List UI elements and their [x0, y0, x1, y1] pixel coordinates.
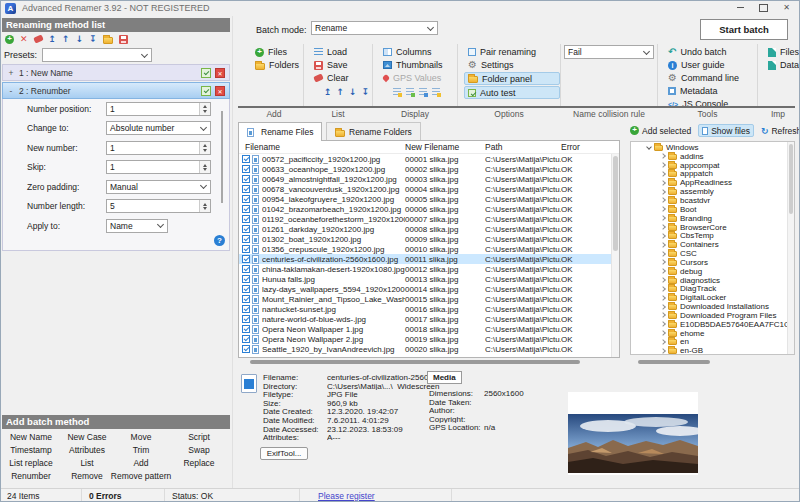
checkbox-icon[interactable] — [242, 285, 250, 293]
show-files-toggle[interactable]: Show files — [698, 124, 754, 137]
table-row[interactable]: china-taklamakan-desert-1920x1080.jpg000… — [239, 264, 611, 274]
auto-test-toggle[interactable]: Auto test — [464, 86, 560, 99]
add-selected-button[interactable]: Add selected — [630, 126, 691, 136]
undo-batch-button[interactable]: ↶Undo batch — [668, 46, 757, 58]
add-method-link[interactable]: New Case — [67, 432, 106, 442]
table-row[interactable]: 00649_almostnightfall_1920x1200.jpg00003… — [239, 174, 611, 184]
collapse-icon[interactable]: - — [7, 86, 15, 96]
chevron-right-icon[interactable] — [660, 348, 666, 354]
table-row[interactable]: 01042_brazomarbeach_1920x1200.jpg00006 s… — [239, 204, 611, 214]
add-method-link[interactable]: Swap — [188, 445, 209, 455]
checkbox-icon[interactable] — [242, 175, 250, 183]
move-down-icon[interactable]: ↓ — [349, 87, 357, 97]
table-row[interactable]: centuries-of-civilization-2560x1600.jpg0… — [239, 254, 611, 264]
settings-button[interactable]: ⚙Settings — [468, 59, 560, 71]
checkbox-icon[interactable] — [242, 345, 250, 353]
method-scrollbar[interactable] — [221, 111, 223, 203]
open-preset-icon[interactable] — [103, 37, 113, 44]
column-header-error[interactable]: Error — [561, 142, 619, 152]
move-bottom-icon[interactable]: ↧ — [89, 34, 97, 44]
tree-item[interactable]: addins — [631, 152, 787, 161]
clear-methods-icon[interactable] — [33, 34, 44, 43]
scrollbar-thumb[interactable] — [638, 360, 710, 364]
method-delete-icon[interactable] — [215, 86, 225, 96]
table-row[interactable]: 00572_pacificcity_1920x1200.jpg00001 sli… — [239, 154, 611, 164]
checkbox-icon[interactable] — [242, 265, 250, 273]
tree-item[interactable]: ehome — [631, 329, 787, 338]
remove-method-icon[interactable]: ✕ — [20, 35, 28, 44]
table-row[interactable]: 01356_crepuscule_1920x1200.jpg00010 slik… — [239, 244, 611, 254]
table-row[interactable]: 00954_lakeofgruyere_1920x1200.jpg00005 s… — [239, 194, 611, 204]
tree-item[interactable]: Downloaded Installations — [631, 302, 787, 311]
chevron-down-icon[interactable] — [646, 145, 652, 151]
table-row[interactable]: Hunua falls.jpg00013 slika.jpgC:\Users\M… — [239, 274, 611, 284]
expand-icon[interactable]: + — [7, 68, 15, 78]
data-from-button[interactable]: Data from — [768, 59, 798, 71]
spin-up-icon[interactable] — [203, 164, 207, 167]
table-row[interactable]: lazy-days_wallpapers_5594_1920x1200.jpg0… — [239, 284, 611, 294]
checkbox-icon[interactable] — [242, 165, 250, 173]
add-method-link[interactable]: Timestamp — [10, 445, 52, 455]
sort-icon[interactable] — [393, 88, 401, 96]
save-preset-icon[interactable] — [119, 35, 128, 44]
chevron-right-icon[interactable] — [660, 171, 666, 177]
chevron-right-icon[interactable] — [660, 215, 666, 221]
table-row[interactable]: Mount_Rainier_and_Tipsoo_Lake_Washingto.… — [239, 294, 611, 304]
move-down-icon[interactable]: ↓ — [76, 34, 84, 44]
table-row[interactable]: 01261_darkday_1920x1200.jpg00008 slika.j… — [239, 224, 611, 234]
add-method-link[interactable]: Remove pattern — [111, 471, 171, 481]
tree-item[interactable]: Containers — [631, 240, 787, 249]
chevron-right-icon[interactable] — [660, 251, 666, 257]
minimize-icon[interactable] — [729, 0, 752, 15]
add-folders-button[interactable]: Folders — [255, 59, 303, 71]
checkbox-icon[interactable] — [242, 225, 250, 233]
field-spin-input[interactable]: 1 — [106, 141, 211, 155]
chevron-right-icon[interactable] — [660, 321, 666, 327]
add-method-link[interactable]: Remove — [71, 471, 103, 481]
column-header-filename[interactable]: Filename — [245, 142, 405, 152]
add-method-link[interactable]: List replace — [9, 458, 52, 468]
move-bottom-icon[interactable]: ↧ — [362, 87, 370, 97]
table-row[interactable]: 01192_oceanbeforethestorm_1920x1200.jpg0… — [239, 214, 611, 224]
spin-down-icon[interactable] — [203, 168, 207, 171]
table-row[interactable]: Opera Neon Wallpaper 1.jpg00018 slika.jp… — [239, 324, 611, 334]
move-top-icon[interactable]: ↥ — [324, 87, 332, 97]
tree-item[interactable]: CbsTemp — [631, 231, 787, 240]
tree-item[interactable]: debug — [631, 267, 787, 276]
tree-item[interactable]: AppReadiness — [631, 178, 787, 187]
tab-rename-folders[interactable]: Rename Folders — [326, 122, 421, 141]
checkbox-icon[interactable] — [242, 295, 250, 303]
add-method-link[interactable]: Add — [133, 458, 148, 468]
field-dropdown[interactable]: Absolute number — [106, 121, 211, 135]
tab-rename-files[interactable]: Rename Files — [238, 122, 322, 141]
tab-media[interactable]: Media — [427, 371, 462, 384]
name-collision-dropdown[interactable]: Fail — [564, 45, 654, 59]
method-delete-icon[interactable] — [215, 68, 225, 78]
table-row[interactable]: Opera Neon Wallpaper 2.jpg00019 slika.jp… — [239, 334, 611, 344]
chevron-right-icon[interactable] — [660, 162, 666, 168]
add-method-icon[interactable] — [5, 35, 14, 44]
tree-item[interactable]: Boot — [631, 205, 787, 214]
chevron-right-icon[interactable] — [660, 233, 666, 239]
field-dropdown[interactable]: Name — [106, 219, 168, 233]
tree-item[interactable]: E10DB5DAE57640EAA7FC1CB2A7B283 — [631, 320, 787, 329]
chevron-right-icon[interactable] — [660, 304, 666, 310]
table-row[interactable]: 00633_oceanhope_1920x1200.jpg00002 slika… — [239, 164, 611, 174]
sort-icon[interactable] — [406, 88, 414, 96]
checkbox-icon[interactable] — [242, 255, 250, 263]
tree-item[interactable]: bcastdvr — [631, 196, 787, 205]
tree-vertical-scrollbar[interactable] — [787, 142, 794, 354]
method-item-renumber[interactable]: - 2 : Renumber — [2, 82, 230, 99]
spin-up-icon[interactable] — [203, 203, 207, 206]
start-batch-button[interactable]: Start batch — [700, 19, 788, 40]
checkbox-icon[interactable] — [242, 315, 250, 323]
tree-item[interactable]: appcompat — [631, 161, 787, 170]
sort-icon[interactable] — [419, 88, 427, 96]
tree-item[interactable]: CSC — [631, 249, 787, 258]
table-row[interactable]: nature-world-of-blue-wds-.jpg00017 slika… — [239, 314, 611, 324]
chevron-right-icon[interactable] — [660, 339, 666, 345]
method-item-new-name[interactable]: + 1 : New Name — [2, 64, 230, 81]
move-up-icon[interactable]: ↑ — [62, 34, 70, 44]
checkbox-icon[interactable] — [242, 325, 250, 333]
tree-item[interactable]: assembly — [631, 187, 787, 196]
